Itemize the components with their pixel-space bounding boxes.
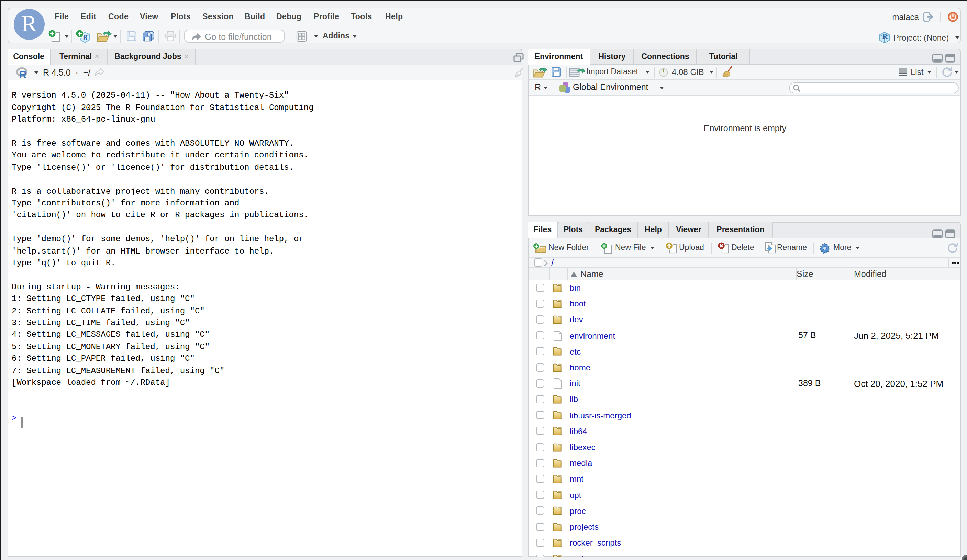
svg-text:R: R <box>883 32 888 40</box>
svg-text:R: R <box>18 69 26 80</box>
